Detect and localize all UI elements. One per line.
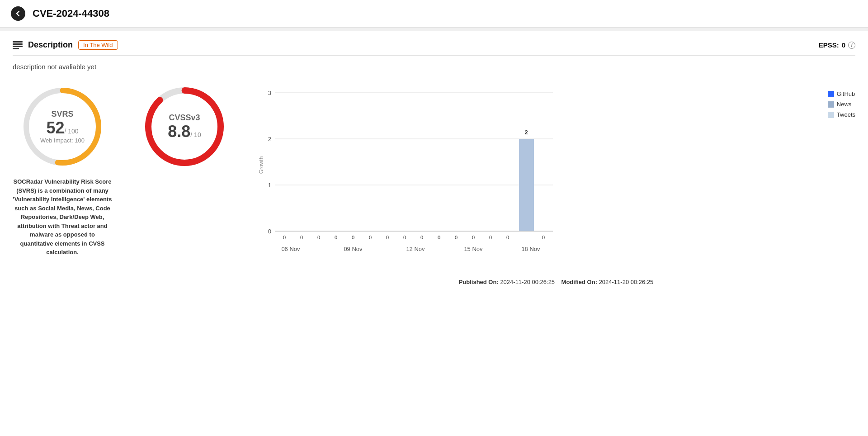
svg-text:0: 0 xyxy=(438,235,440,240)
svrs-value: 52/ 100 xyxy=(40,119,85,137)
legend-tweets: Tweets xyxy=(828,111,855,118)
svg-text:0: 0 xyxy=(300,235,303,240)
svg-text:2: 2 xyxy=(268,136,271,142)
svg-rect-1 xyxy=(13,43,23,45)
description-title: Description xyxy=(28,40,73,50)
svrs-description: SOCRadar Vulnerability Risk Score (SVRS)… xyxy=(13,177,112,257)
description-header: Description In The Wild EPSS: 0 i xyxy=(13,40,855,56)
header: CVE-2024-44308 xyxy=(0,0,868,28)
svg-text:0: 0 xyxy=(542,235,545,240)
cvss-label: CVSSv3 8.8/ 10 xyxy=(168,113,201,141)
bar-chart-svg: 3 2 1 0 Growth xyxy=(257,81,564,271)
tweets-legend-label: Tweets xyxy=(837,111,855,118)
svg-text:09 Nov: 09 Nov xyxy=(344,246,363,252)
cvss-name: CVSSv3 xyxy=(168,113,201,123)
cvss-gauge: CVSSv3 8.8/ 10 xyxy=(139,81,230,172)
svg-text:0: 0 xyxy=(403,235,406,240)
svg-text:06 Nov: 06 Nov xyxy=(281,246,300,252)
epss-value: 0 xyxy=(842,41,845,49)
svg-text:1: 1 xyxy=(268,182,271,189)
published-value: 2024-11-20 00:26:25 xyxy=(500,279,555,285)
svg-text:2: 2 xyxy=(524,129,528,136)
svg-text:0: 0 xyxy=(317,235,320,240)
svg-text:0: 0 xyxy=(352,235,354,240)
chart-area: 3 2 1 0 Growth xyxy=(257,81,819,273)
scores-chart-row: SVRS 52/ 100 Web Impact: 100 SOCRadar Vu… xyxy=(13,81,855,285)
svg-rect-2 xyxy=(13,46,23,47)
epss-section: EPSS: 0 i xyxy=(819,41,855,49)
back-button[interactable] xyxy=(11,6,25,21)
svg-rect-3 xyxy=(13,48,19,49)
svrs-sub: Web Impact: 100 xyxy=(40,137,85,144)
svg-text:0: 0 xyxy=(420,235,423,240)
svg-text:0: 0 xyxy=(335,235,337,240)
github-legend-color xyxy=(828,91,834,97)
epss-label: EPSS: xyxy=(819,41,839,49)
svg-text:0: 0 xyxy=(455,235,458,240)
modified-label: Modified On: xyxy=(561,279,597,285)
published-label: Published On: xyxy=(459,279,499,285)
svrs-name: SVRS xyxy=(40,109,85,119)
svg-text:12 Nov: 12 Nov xyxy=(406,246,425,252)
legend-github: GitHub xyxy=(828,90,855,97)
description-icon xyxy=(13,41,23,49)
svrs-section: SVRS 52/ 100 Web Impact: 100 SOCRadar Vu… xyxy=(13,81,112,257)
chart-section: 3 2 1 0 Growth xyxy=(257,81,855,285)
in-the-wild-badge: In The Wild xyxy=(78,40,118,50)
tweets-legend-color xyxy=(828,112,834,118)
svg-text:0: 0 xyxy=(283,235,286,240)
svrs-label: SVRS 52/ 100 Web Impact: 100 xyxy=(40,109,85,144)
cvss-section: CVSSv3 8.8/ 10 xyxy=(130,81,239,172)
svg-text:0: 0 xyxy=(489,235,492,240)
svg-text:15 Nov: 15 Nov xyxy=(464,246,483,252)
cvss-value: 8.8/ 10 xyxy=(168,123,201,141)
description-text: description not avaliable yet xyxy=(13,63,855,71)
chart-bars: 0 0 0 0 0 0 0 xyxy=(283,129,545,240)
svg-rect-0 xyxy=(13,41,23,43)
svg-rect-31 xyxy=(519,139,534,231)
modified-value: 2024-11-20 00:26:25 xyxy=(599,279,654,285)
svg-text:18 Nov: 18 Nov xyxy=(521,246,540,252)
svg-text:3: 3 xyxy=(268,90,271,96)
news-legend-color xyxy=(828,101,834,108)
svg-text:0: 0 xyxy=(268,228,271,235)
chart-wrapper: 3 2 1 0 Growth xyxy=(257,81,855,273)
svg-text:Growth: Growth xyxy=(258,156,264,174)
chart-footer: Published On: 2024-11-20 00:26:25 Modifi… xyxy=(257,279,855,285)
page-title: CVE-2024-44308 xyxy=(33,8,109,19)
news-legend-label: News xyxy=(837,101,852,108)
epss-info-icon[interactable]: i xyxy=(848,42,855,49)
description-left: Description In The Wild xyxy=(13,40,118,50)
main-content: Description In The Wild EPSS: 0 i descri… xyxy=(0,31,868,294)
svg-text:0: 0 xyxy=(386,235,389,240)
subheader-bar xyxy=(0,28,868,31)
legend-news: News xyxy=(828,101,855,108)
chart-legend: GitHub News Tweets xyxy=(828,81,855,273)
svg-text:0: 0 xyxy=(506,235,509,240)
svg-text:0: 0 xyxy=(472,235,475,240)
svrs-gauge: SVRS 52/ 100 Web Impact: 100 xyxy=(17,81,108,172)
svg-text:0: 0 xyxy=(369,235,372,240)
github-legend-label: GitHub xyxy=(837,90,855,97)
